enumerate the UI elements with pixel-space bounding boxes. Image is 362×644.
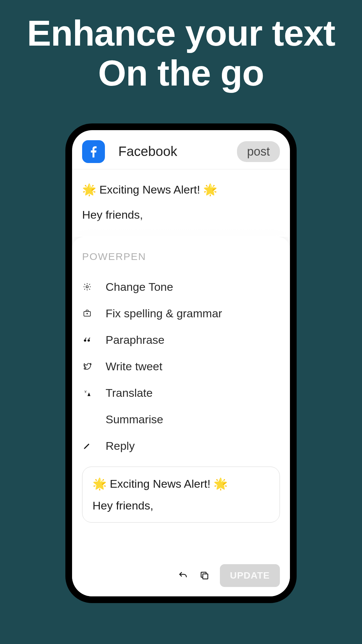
phone-frame: Facebook post 🌟 Exciting News Alert! 🌟 H… (65, 123, 297, 603)
action-paraphrase[interactable]: Paraphrase (82, 327, 280, 353)
action-label: Fix spelling & grammar (106, 307, 222, 320)
translate-icon (82, 388, 92, 398)
briefcase-plus-icon (82, 308, 92, 318)
post-content-area[interactable]: 🌟 Exciting News Alert! 🌟 Hey friends, (72, 169, 290, 237)
facebook-logo-icon (82, 140, 105, 163)
phone-screen: Facebook post 🌟 Exciting News Alert! 🌟 H… (72, 130, 290, 596)
app-name: Facebook (118, 144, 237, 159)
fade-overlay (72, 217, 290, 237)
action-summarise[interactable]: Summarise (82, 406, 280, 433)
copy-icon[interactable] (198, 570, 210, 582)
post-button[interactable]: post (237, 141, 280, 162)
action-write-tweet[interactable]: Write tweet (82, 353, 280, 380)
action-label: Reply (106, 439, 135, 452)
action-label: Change Tone (106, 280, 173, 293)
quote-icon (82, 335, 92, 345)
preview-box[interactable]: 🌟 Exciting News Alert! 🌟 Hey friends, (82, 467, 280, 523)
content-line-1: 🌟 Exciting News Alert! 🌟 (82, 183, 280, 196)
hero-line-2: On the go (0, 53, 362, 93)
svg-rect-8 (203, 574, 208, 579)
hero-title: Enhance your text On the go (0, 0, 362, 93)
action-label: Paraphrase (106, 333, 165, 346)
action-translate[interactable]: Translate (82, 380, 280, 406)
powerpen-sheet: POWERPEN Change Tone Fix spelling & gram… (72, 237, 290, 596)
action-label: Write tweet (106, 360, 162, 373)
preview-line-1: 🌟 Exciting News Alert! 🌟 (93, 477, 269, 490)
hero-line-1: Enhance your text (0, 13, 362, 53)
action-fix-spelling[interactable]: Fix spelling & grammar (82, 300, 280, 327)
pencil-icon (82, 441, 92, 451)
gear-icon (82, 282, 92, 292)
preview-line-2: Hey friends, (93, 499, 269, 512)
svg-point-0 (86, 286, 88, 288)
action-reply[interactable]: Reply (82, 433, 280, 459)
action-change-tone[interactable]: Change Tone (82, 274, 280, 300)
app-header: Facebook post (72, 130, 290, 169)
undo-icon[interactable] (177, 570, 189, 582)
bottom-bar: UPDATE (82, 554, 280, 587)
action-label: Summarise (106, 413, 163, 426)
list-icon (82, 414, 92, 424)
sheet-title: POWERPEN (82, 251, 280, 262)
twitter-icon (82, 361, 92, 371)
action-label: Translate (106, 386, 153, 399)
update-button[interactable]: UPDATE (220, 564, 280, 587)
